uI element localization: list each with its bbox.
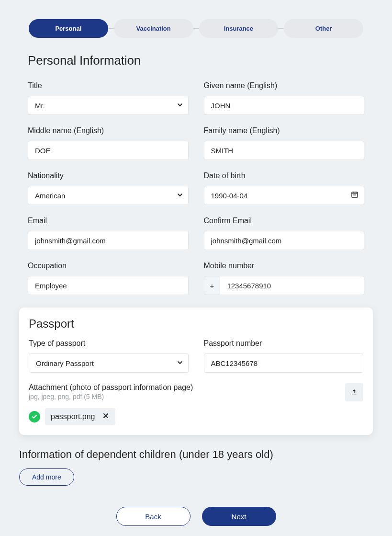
back-button[interactable]: Back xyxy=(116,507,190,526)
passport-number-input[interactable] xyxy=(204,354,364,373)
nav-buttons: Back Next xyxy=(19,507,373,526)
dob-input[interactable] xyxy=(204,186,365,205)
family-name-field: Family name (English) xyxy=(204,126,365,160)
middle-name-label: Middle name (English) xyxy=(28,126,189,135)
occupation-label: Occupation xyxy=(28,262,189,270)
passport-number-field: Passport number xyxy=(204,339,364,373)
attachment-hint: jpg, jpeg, png, pdf (5 MB) xyxy=(29,393,193,400)
upload-icon xyxy=(351,388,358,397)
step-connector xyxy=(278,28,284,29)
dependents-title: Information of dependent children (under… xyxy=(19,448,373,461)
passport-title: Passport xyxy=(29,317,363,331)
email-label: Email xyxy=(28,217,189,225)
title-label: Title xyxy=(28,81,189,90)
occupation-input[interactable] xyxy=(28,276,189,295)
personal-form: Title Mr. Given name (English) Middle na… xyxy=(19,81,373,295)
mobile-label: Mobile number xyxy=(204,262,365,270)
stepper: Personal Vaccination Insurance Other xyxy=(19,19,373,38)
passport-type-select[interactable]: Ordinary Passport xyxy=(29,354,189,373)
passport-card: Passport Type of passport Ordinary Passp… xyxy=(19,308,373,435)
close-icon xyxy=(102,412,110,422)
upload-button[interactable] xyxy=(345,383,363,401)
occupation-field: Occupation xyxy=(28,262,189,295)
step-other[interactable]: Other xyxy=(284,19,363,38)
confirm-email-input[interactable] xyxy=(204,231,365,250)
given-name-label: Given name (English) xyxy=(204,81,365,90)
passport-type-label: Type of passport xyxy=(29,339,189,348)
middle-name-input[interactable] xyxy=(28,141,189,160)
step-connector xyxy=(193,28,199,29)
email-input[interactable] xyxy=(28,231,189,250)
attachment-chip: passport.png xyxy=(45,408,115,425)
nationality-label: Nationality xyxy=(28,171,189,180)
step-vaccination[interactable]: Vaccination xyxy=(114,19,193,38)
dob-field: Date of birth xyxy=(204,171,365,205)
middle-name-field: Middle name (English) xyxy=(28,126,189,160)
passport-type-field: Type of passport Ordinary Passport xyxy=(29,339,189,373)
given-name-input[interactable] xyxy=(204,96,365,115)
dependents-section: Information of dependent children (under… xyxy=(19,448,373,486)
nationality-select[interactable]: American xyxy=(28,186,189,205)
section-title: Personal Information xyxy=(28,53,373,68)
title-field: Title Mr. xyxy=(28,81,189,115)
title-select[interactable]: Mr. xyxy=(28,96,189,115)
given-name-field: Given name (English) xyxy=(204,81,365,115)
passport-number-label: Passport number xyxy=(204,339,364,348)
attachment-label: Attachment (photo of passport informatio… xyxy=(29,383,193,392)
check-circle-icon xyxy=(29,411,40,422)
confirm-email-field: Confirm Email xyxy=(204,217,365,250)
attachment-filename: passport.png xyxy=(51,412,95,421)
email-field: Email xyxy=(28,217,189,250)
add-more-button[interactable]: Add more xyxy=(19,468,74,486)
step-personal[interactable]: Personal xyxy=(29,19,108,38)
step-insurance[interactable]: Insurance xyxy=(199,19,279,38)
mobile-field: Mobile number + xyxy=(204,262,365,295)
family-name-input[interactable] xyxy=(204,141,365,160)
svg-rect-5 xyxy=(352,394,357,394)
remove-attachment-button[interactable] xyxy=(102,412,110,422)
next-button[interactable]: Next xyxy=(202,507,276,526)
nationality-field: Nationality American xyxy=(28,171,189,205)
dob-label: Date of birth xyxy=(204,171,365,180)
mobile-input[interactable] xyxy=(220,276,364,295)
step-connector xyxy=(108,28,114,29)
family-name-label: Family name (English) xyxy=(204,126,365,135)
mobile-prefix-button[interactable]: + xyxy=(204,276,220,295)
confirm-email-label: Confirm Email xyxy=(204,217,365,225)
